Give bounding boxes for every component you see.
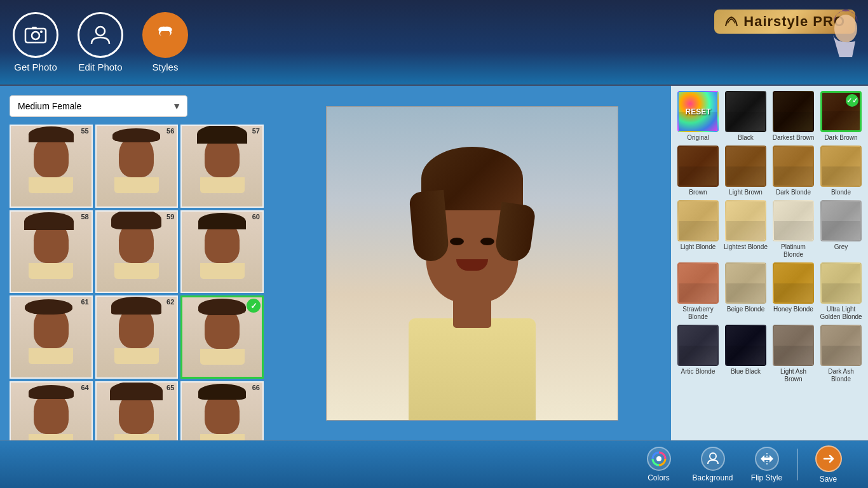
toolbar-item-save[interactable]: Save: [801, 441, 855, 489]
toolbar-item-background[interactable]: Background: [686, 441, 740, 489]
color-item-platinum-blonde[interactable]: Platinum Blonde: [771, 200, 815, 259]
color-swatch-black: [725, 91, 766, 132]
color-swatch-blue-black: [725, 325, 766, 366]
color-item-ultra-light-golden-blonde[interactable]: Ultra Light Golden Blonde: [819, 262, 863, 321]
color-swatch-dark-brown: ✓: [820, 91, 862, 132]
svg-point-1: [32, 32, 39, 39]
background-icon: [701, 447, 725, 471]
flip-style-toolbar-label: Flip Style: [751, 473, 782, 482]
svg-point-4: [96, 27, 105, 36]
color-item-blue-black[interactable]: Blue Black: [724, 325, 768, 383]
color-item-blonde[interactable]: Blonde: [819, 146, 863, 196]
color-label-dark-ash-blonde: Dark Ash Blonde: [819, 368, 863, 383]
color-item-original[interactable]: RESET Original: [676, 91, 720, 142]
color-swatch-light-blonde: [677, 200, 719, 241]
edit-photo-icon-circle: [78, 12, 123, 58]
color-label-light-blonde: Light Blonde: [681, 243, 716, 251]
color-label-platinum-blonde: Platinum Blonde: [771, 243, 815, 259]
background-toolbar-label: Background: [692, 473, 733, 482]
color-item-dark-brown[interactable]: ✓ Dark Brown: [819, 91, 863, 142]
person-icon: [89, 24, 112, 46]
color-item-dark-blonde[interactable]: Dark Blonde: [771, 146, 815, 196]
color-item-black[interactable]: Black: [724, 91, 768, 142]
top-navigation-bar: Get Photo Edit Photo Styles Hair: [0, 0, 868, 86]
color-swatch-strawberry-blonde: [677, 262, 719, 304]
colors-toolbar-label: Colors: [648, 473, 670, 482]
nav-item-edit-photo[interactable]: Edit Photo: [78, 12, 123, 72]
toolbar-divider: [797, 449, 798, 480]
color-swatch-dark-ash-blonde: [820, 325, 862, 366]
style-item-57[interactable]: 57: [180, 125, 264, 208]
color-label-strawberry-blonde: Strawberry Blonde: [676, 306, 720, 321]
color-swatch-artic-blonde: [677, 325, 719, 366]
styles-panel: Medium Female Short Female Long Female S…: [0, 86, 273, 440]
style-item-59[interactable]: 59: [95, 210, 179, 294]
save-toolbar-label: Save: [820, 475, 837, 484]
center-photo-area: [273, 86, 671, 440]
style-item-62[interactable]: 62: [95, 295, 179, 379]
svg-rect-2: [32, 27, 37, 29]
photo-frame: [326, 106, 618, 421]
color-label-blonde: Blonde: [831, 189, 851, 196]
color-item-brown[interactable]: Brown: [676, 146, 720, 196]
color-swatch-honey-blonde: [773, 262, 814, 304]
color-swatch-platinum-blonde: [773, 200, 814, 241]
svg-rect-0: [25, 29, 46, 43]
color-item-beige-blonde[interactable]: Beige Blonde: [724, 262, 768, 321]
color-swatch-light-ash-brown: [773, 325, 814, 366]
color-label-grey: Grey: [834, 243, 848, 251]
colors-panel: RESET Original Black Darkest Brown ✓: [671, 86, 868, 440]
style-item-64[interactable]: 64: [10, 381, 93, 440]
styles-label: Styles: [153, 62, 179, 72]
flip-icon: [759, 451, 775, 466]
color-item-light-brown[interactable]: Light Brown: [724, 146, 768, 196]
color-label-dark-brown: Dark Brown: [824, 134, 857, 142]
toolbar-item-colors[interactable]: Colors: [632, 441, 686, 489]
svg-point-9: [656, 456, 661, 461]
save-icon: [815, 445, 842, 472]
get-photo-icon-circle: [13, 12, 58, 58]
color-item-dark-ash-blonde[interactable]: Dark Ash Blonde: [819, 325, 863, 383]
color-swatch-ultra-light-golden-blonde: [820, 262, 862, 304]
style-item-58[interactable]: 58: [10, 210, 93, 294]
color-label-darkest-brown: Darkest Brown: [773, 134, 815, 142]
color-label-black: Black: [738, 134, 753, 142]
toolbar-item-flip-style[interactable]: Flip Style: [740, 441, 794, 489]
svg-point-3: [40, 30, 43, 33]
color-label-brown: Brown: [689, 189, 707, 196]
style-category-select[interactable]: Medium Female Short Female Long Female S…: [10, 95, 187, 117]
style-item-65[interactable]: 65: [95, 381, 179, 440]
color-label-light-ash-brown: Light Ash Brown: [771, 368, 815, 383]
color-label-beige-blonde: Beige Blonde: [727, 306, 765, 313]
color-item-light-blonde[interactable]: Light Blonde: [676, 200, 720, 259]
save-arrow-icon: [821, 451, 836, 466]
style-item-63[interactable]: [180, 295, 264, 379]
color-item-light-ash-brown[interactable]: Light Ash Brown: [771, 325, 815, 383]
nav-item-get-photo[interactable]: Get Photo: [13, 12, 58, 72]
edit-photo-label: Edit Photo: [78, 62, 122, 72]
style-item-61[interactable]: 61: [10, 295, 93, 379]
color-label-ultra-light-golden-blonde: Ultra Light Golden Blonde: [819, 306, 863, 321]
style-item-56[interactable]: 56: [95, 125, 179, 208]
color-label-dark-blonde: Dark Blonde: [776, 189, 811, 196]
color-item-strawberry-blonde[interactable]: Strawberry Blonde: [676, 262, 720, 321]
color-item-darkest-brown[interactable]: Darkest Brown: [771, 91, 815, 142]
color-item-artic-blonde[interactable]: Artic Blonde: [676, 325, 720, 383]
color-item-grey[interactable]: Grey: [819, 200, 863, 259]
hair-icon: [154, 24, 177, 46]
color-label-original: Original: [687, 134, 709, 142]
style-items-grid: 55 56 57: [10, 125, 264, 440]
color-swatch-grey: [820, 200, 862, 241]
style-item-66[interactable]: 66: [180, 381, 264, 440]
style-item-55[interactable]: 55: [10, 125, 93, 208]
brand-icon: [724, 15, 738, 29]
nav-item-styles[interactable]: Styles: [142, 12, 188, 72]
color-item-lightest-blonde[interactable]: Lightest Blonde: [724, 200, 768, 259]
style-item-60[interactable]: 60: [180, 210, 264, 294]
get-photo-label: Get Photo: [14, 62, 57, 72]
color-swatch-dark-blonde: [773, 146, 814, 187]
reset-label: RESET: [685, 107, 710, 116]
color-item-honey-blonde[interactable]: Honey Blonde: [771, 262, 815, 321]
color-wheel-icon: [651, 451, 667, 466]
colors-icon: [647, 447, 671, 471]
